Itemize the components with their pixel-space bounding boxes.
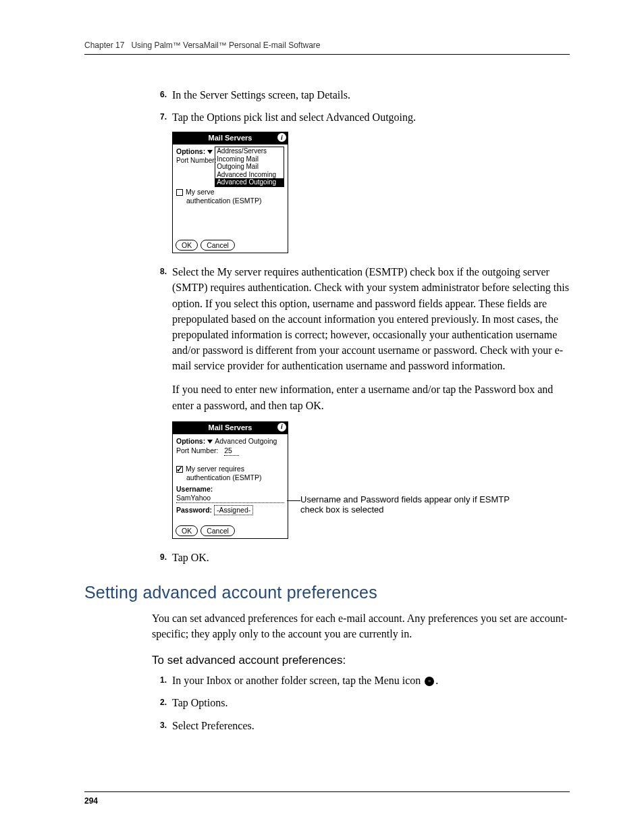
auth-line: authentication (ESMTP) — [176, 197, 284, 205]
step-number: 6. — [152, 87, 172, 103]
esmtp-checkbox[interactable] — [176, 189, 183, 196]
palm-screenshot-2: Mail Servers i Options: Advanced Outgoin… — [172, 421, 288, 539]
info-icon: i — [277, 133, 286, 142]
section-heading: Setting advanced account preferences — [84, 583, 570, 602]
password-label: Password: — [176, 506, 212, 514]
palm-titlebar: Mail Servers i — [173, 422, 288, 434]
options-label: Options: — [176, 437, 215, 446]
ok-button[interactable]: OK — [176, 525, 198, 536]
menu-icon: ≡ — [425, 677, 434, 686]
step-text: Select the My server requires authentica… — [172, 264, 570, 373]
esmtp-checkbox[interactable] — [176, 466, 183, 473]
auth-line: authentication (ESMTP) — [176, 473, 284, 482]
ok-button[interactable]: OK — [176, 240, 198, 251]
step-number: 3. — [152, 718, 172, 733]
options-label: Options: — [176, 147, 215, 156]
step-text: Tap Options. — [172, 695, 570, 710]
step-text: In the Server Settings screen, tap Detai… — [172, 87, 570, 103]
paragraph: If you need to enter new information, en… — [172, 382, 570, 413]
step-number: 1. — [152, 673, 172, 688]
password-value[interactable]: -Assigned- — [214, 505, 253, 515]
options-dropdown[interactable]: Address/Servers Incoming Mail Outgoing M… — [215, 147, 284, 187]
step-number: 7. — [152, 109, 172, 125]
figure-callout: Username and Password fields appear only… — [300, 494, 516, 515]
step-text: In your Inbox or another folder screen, … — [172, 673, 570, 688]
chapter-title: Using Palm™ VersaMail™ Personal E-mail S… — [131, 41, 320, 50]
info-icon: i — [277, 423, 286, 432]
cancel-button[interactable]: Cancel — [200, 525, 235, 536]
running-header: Chapter 17 Using Palm™ VersaMail™ Person… — [84, 41, 570, 55]
step-text: Tap OK. — [172, 550, 570, 565]
check-text: My serve — [186, 188, 215, 196]
step-number: 8. — [152, 264, 172, 373]
chevron-down-icon — [207, 440, 213, 444]
username-value[interactable]: SamYahoo — [176, 494, 284, 503]
chevron-down-icon — [207, 150, 213, 154]
cancel-button[interactable]: Cancel — [200, 240, 235, 251]
subheading: To set advanced account preferences: — [152, 654, 570, 667]
step-number: 2. — [152, 695, 172, 710]
step-number: 9. — [152, 550, 172, 565]
palm-screenshot-1: Mail Servers i Options: Address/Servers … — [172, 132, 288, 253]
port-label: Port Number: — [176, 446, 218, 455]
username-label: Username: — [176, 485, 284, 494]
palm-titlebar: Mail Servers i — [173, 132, 288, 145]
section-intro: You can set advanced preferences for eac… — [152, 610, 570, 642]
port-value[interactable]: 25 — [224, 446, 239, 456]
check-text: My server requires — [186, 465, 244, 473]
step-text: Select Preferences. — [172, 718, 570, 733]
step-text: Tap the Options pick list and select Adv… — [172, 109, 570, 125]
chapter-label: Chapter 17 — [84, 41, 124, 50]
options-value[interactable]: Advanced Outgoing — [215, 437, 277, 446]
page-number: 294 — [84, 791, 570, 806]
